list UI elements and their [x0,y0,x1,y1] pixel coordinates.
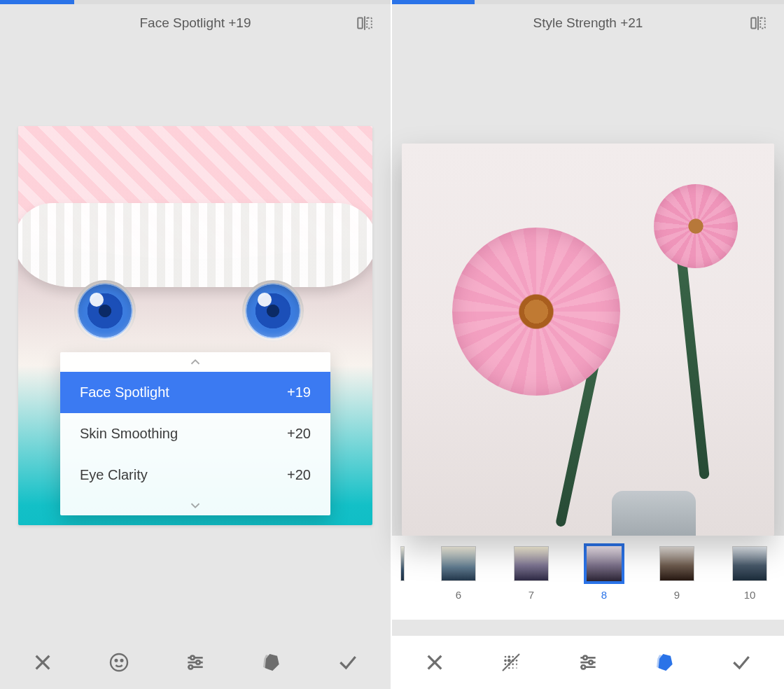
svg-point-6 [115,660,117,662]
svg-point-37 [583,656,587,660]
image-canvas[interactable]: Face Spotlight +19 Skin Smoothing +20 Ey… [18,126,372,525]
param-face-spotlight[interactable]: Face Spotlight +19 [60,372,330,413]
param-skin-smoothing[interactable]: Skin Smoothing +20 [60,413,330,454]
style-thumb-9[interactable]: 9 [654,544,700,601]
style-swatch-icon [512,544,551,583]
style-swatch-icon [584,544,624,583]
param-eye-clarity[interactable]: Eye Clarity +20 [60,454,330,496]
header: Face Spotlight +19 [0,4,391,42]
bottom-toolbar [392,636,784,689]
svg-rect-0 [358,18,363,28]
svg-point-9 [190,656,194,660]
svg-point-13 [189,665,192,669]
svg-point-39 [589,660,592,664]
style-thumb-10[interactable]: 10 [727,544,773,601]
svg-rect-2 [367,18,372,28]
svg-point-7 [120,660,122,662]
editor-right-panel: Style Strength +21 [392,0,784,689]
styles-button[interactable] [246,643,297,681]
svg-point-34 [517,667,518,669]
style-swatch-icon [730,544,769,583]
param-label: Skin Smoothing [80,426,178,442]
style-thumb-7[interactable]: 7 [508,544,554,601]
svg-point-26 [516,660,518,662]
param-value: +20 [287,426,311,442]
style-label: 10 [744,589,756,601]
blur-tool-button[interactable] [486,643,536,681]
chevron-up-icon[interactable] [60,352,330,372]
bottom-toolbar [0,636,391,689]
svg-point-41 [582,665,585,669]
svg-point-33 [512,667,514,669]
style-thumb-6[interactable]: 6 [435,544,482,601]
svg-point-19 [505,656,507,658]
svg-point-23 [505,659,507,662]
apply-button[interactable] [716,643,766,681]
style-swatch-icon [439,544,478,583]
style-label: 8 [601,589,607,601]
svg-point-11 [196,660,200,664]
style-label: 6 [456,589,461,601]
param-label: Face Spotlight [80,384,169,401]
compare-button[interactable] [746,11,770,35]
param-value: +19 [287,384,311,401]
header: Style Strength +21 [392,4,784,42]
chevron-down-icon[interactable] [60,496,330,515]
adjustment-title: Style Strength +21 [533,15,643,31]
compare-button[interactable] [353,11,377,35]
param-label: Eye Clarity [80,467,148,483]
svg-point-21 [512,656,514,658]
apply-button[interactable] [323,643,373,681]
style-swatch-icon [657,544,696,583]
style-label: 7 [528,589,534,601]
svg-point-29 [512,663,514,665]
svg-point-32 [508,667,510,669]
svg-point-30 [516,664,517,665]
cancel-button[interactable] [18,643,68,681]
style-thumb-5[interactable] [396,544,409,583]
parameter-panel[interactable]: Face Spotlight +19 Skin Smoothing +20 Ey… [60,352,330,515]
style-thumb-8[interactable]: 8 [581,544,627,601]
svg-point-5 [111,654,127,671]
tune-button[interactable] [170,643,220,681]
image-content [402,144,774,536]
editor-left-panel: Face Spotlight +19 Face Spotlight [0,0,391,689]
image-canvas[interactable] [402,144,774,536]
svg-rect-16 [760,18,765,28]
param-value: +20 [287,467,311,483]
cancel-button[interactable] [410,643,460,681]
adjustment-title: Face Spotlight +19 [140,15,251,31]
svg-point-20 [508,655,511,658]
face-tool-button[interactable] [94,643,144,681]
styles-strip[interactable]: 6 7 8 9 10 [392,536,784,620]
svg-point-27 [505,663,507,665]
styles-button[interactable] [640,643,690,681]
style-swatch-icon [398,544,407,583]
svg-point-24 [507,659,511,662]
style-label: 9 [674,589,680,601]
tune-button[interactable] [563,643,613,681]
svg-rect-14 [751,18,756,28]
